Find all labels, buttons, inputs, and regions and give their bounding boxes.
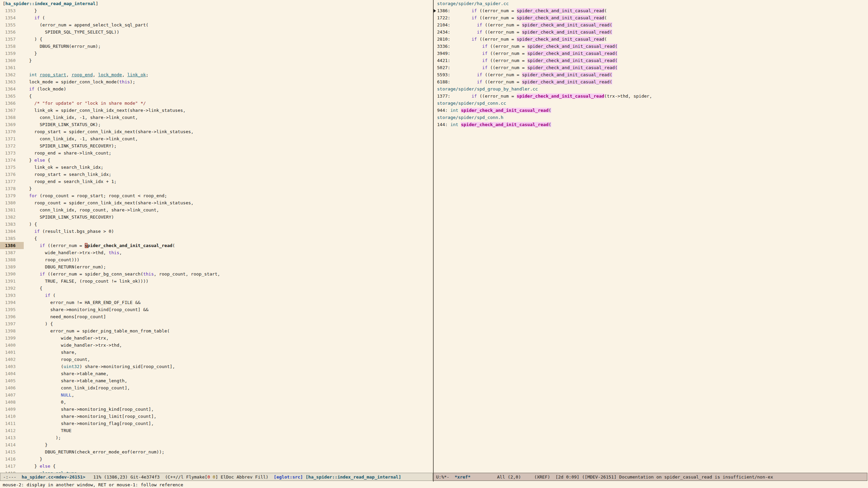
code-line[interactable]: 1375 link_ok = search_link_idx;	[0, 164, 433, 171]
xref-match-row[interactable]: 3949: if ((error_num = spider_check_and_…	[434, 50, 868, 57]
code-line[interactable]: 1357 ) {	[0, 36, 433, 43]
window-divider[interactable]	[433, 0, 434, 482]
code-line[interactable]: 1418 ulong sql_type;	[0, 470, 433, 473]
code-line[interactable]: 1368 conn_link_idx, -1, share->link_coun…	[0, 114, 433, 121]
code-line[interactable]: 1413 );	[0, 434, 433, 441]
code-line[interactable]: 1384 if (result_list.bgs_phase > 0)	[0, 228, 433, 235]
code-line[interactable]: 1397 ) {	[0, 320, 433, 327]
code-line[interactable]: 1401 share,	[0, 349, 433, 356]
xref-match-row[interactable]: 2810: if ((error_num = spider_check_and_…	[434, 36, 868, 43]
eglot-indicator[interactable]: [eglot:src]	[274, 474, 303, 480]
code-line[interactable]: 1415 DBUG_RETURN(check_error_mode_eof(er…	[0, 448, 433, 455]
code-line[interactable]: 1358 DBUG_RETURN(error_num);	[0, 43, 433, 50]
code-line[interactable]: 1392 {	[0, 285, 433, 292]
modeline-buffer-name[interactable]: *xref*	[455, 474, 471, 480]
code-line[interactable]: 1405 share->table_name_length,	[0, 377, 433, 384]
line-number: 1355	[0, 21, 24, 28]
xref-match-row[interactable]: 1722: if ((error_num = spider_check_and_…	[434, 14, 868, 21]
code-line[interactable]: 1394 error_num != HA_ERR_END_OF_FILE &&	[0, 299, 433, 306]
code-text: if (	[24, 14, 45, 21]
code-line[interactable]: 1356 SPIDER_SQL_TYPE_SELECT_SQL))	[0, 28, 433, 36]
code-line[interactable]: 1382 SPIDER_LINK_STATUS_RECOVERY)	[0, 214, 433, 221]
code-line[interactable]: 1383 ) {	[0, 221, 433, 228]
code-line[interactable]: 1409 share->monitoring_kind[roop_count],	[0, 406, 433, 413]
code-line[interactable]: 1400 wide_handler->trx->thd,	[0, 342, 433, 349]
code-line[interactable]: 1377 roop_end = search_link_idx + 1;	[0, 178, 433, 185]
xref-match-row[interactable]: 4421: if ((error_num = spider_check_and_…	[434, 57, 868, 64]
code-line[interactable]: 1390 if ((error_num = spider_bg_conn_sea…	[0, 270, 433, 278]
code-line[interactable]: 1366 /* "for update" or "lock in share m…	[0, 100, 433, 107]
xref-results[interactable]: storage/spider/ha_spider.cc1386: if ((er…	[434, 0, 868, 128]
code-line[interactable]: 1389 DBUG_RETURN(error_num);	[0, 263, 433, 270]
code-line[interactable]: 1385 {	[0, 235, 433, 242]
xref-match-row[interactable]: 944: int spider_check_and_init_casual_re…	[434, 107, 868, 114]
code-line[interactable]: 1374 } else {	[0, 157, 433, 164]
code-line[interactable]: 1360 }	[0, 57, 433, 64]
code-line[interactable]: 1365 {	[0, 93, 433, 100]
code-line[interactable]: 1411 share->monitoring_flag[roop_count],	[0, 420, 433, 427]
xref-match-row[interactable]: 5027: if ((error_num = spider_check_and_…	[434, 64, 868, 71]
code-line[interactable]: 1386 if ((error_num = spider_check_and_i…	[0, 242, 433, 249]
code-line[interactable]: 1369 SPIDER_LINK_STATUS_OK);	[0, 121, 433, 128]
modeline-source[interactable]: -:--- ha_spider.cc<mdev-26151> 11% (1386…	[0, 473, 433, 481]
code-line[interactable]: 1372 SPIDER_LINK_STATUS_RECOVERY);	[0, 142, 433, 149]
code-line[interactable]: 1381 conn_link_idx, roop_count, share->l…	[0, 206, 433, 214]
code-line[interactable]: 1408 0,	[0, 399, 433, 406]
flymake-warning-count[interactable]: 0	[213, 474, 215, 480]
line-number: 1416	[0, 455, 24, 463]
xref-match-row[interactable]: 6188: if ((error_num = spider_check_and_…	[434, 78, 868, 85]
source-window[interactable]: [ha_spider::index_read_map_internal] 135…	[0, 0, 433, 473]
code-line[interactable]: 1395 share->monitoring_kind[roop_count] …	[0, 306, 433, 313]
code-line[interactable]: 1403 (uint32) share->monitoring_sid[roop…	[0, 363, 433, 370]
xref-match-row[interactable]: 3336: if ((error_num = spider_check_and_…	[434, 43, 868, 50]
code-line[interactable]: 1354 if (	[0, 14, 433, 21]
code-line[interactable]: 1362 int roop_start, roop_end, lock_mode…	[0, 71, 433, 78]
code-line[interactable]: 1373 roop_end = share->link_count;	[0, 149, 433, 157]
modeline-xref[interactable]: U:%*- *xref* All (2,0) (XREF) [2d 0:09] …	[433, 473, 867, 481]
code-line[interactable]: 1379 for (roop_count = roop_start; roop_…	[0, 192, 433, 199]
code-line[interactable]: 1387 wide_handler->trx->thd, this,	[0, 249, 433, 256]
code-text: }	[24, 455, 42, 463]
code-line[interactable]: 1388 roop_count)))	[0, 256, 433, 263]
code-line[interactable]: 1376 roop_start = search_link_idx;	[0, 171, 433, 178]
code-line[interactable]: 1364 if (lock_mode)	[0, 85, 433, 93]
code-area[interactable]: 1353 }1354 if (1355 (error_num = append_…	[0, 7, 433, 473]
code-line[interactable]: 1355 (error_num = append_select_lock_sql…	[0, 21, 433, 28]
line-number: 1366	[0, 100, 24, 107]
code-line[interactable]: 1399 wide_handler->trx,	[0, 334, 433, 342]
code-line[interactable]: 1410 share->monitoring_limit[roop_count]…	[0, 413, 433, 420]
code-line[interactable]: 1412 TRUE	[0, 427, 433, 434]
line-number: 1369	[0, 121, 24, 128]
code-line[interactable]: 1378 }	[0, 185, 433, 192]
code-line[interactable]: 1353 }	[0, 7, 433, 14]
code-line[interactable]: 1371 conn_link_idx, -1, share->link_coun…	[0, 135, 433, 142]
code-line[interactable]: 1370 roop_start = spider_conn_link_idx_n…	[0, 128, 433, 135]
code-line[interactable]: 1404 share->table_name,	[0, 370, 433, 377]
code-line[interactable]: 1406 conn_link_idx[roop_count],	[0, 384, 433, 391]
code-line[interactable]: 1407 NULL,	[0, 391, 433, 399]
code-line[interactable]: 1398 error_num = spider_ping_table_mon_f…	[0, 327, 433, 334]
code-line[interactable]: 1359 }	[0, 50, 433, 57]
code-line[interactable]: 1361	[0, 64, 433, 71]
modeline-buffer-name[interactable]: ha_spider.cc<mdev-26151>	[22, 474, 85, 480]
code-line[interactable]: 1414 }	[0, 441, 433, 448]
flymake-error-count[interactable]: 0	[208, 474, 210, 480]
xref-window[interactable]: storage/spider/ha_spider.cc1386: if ((er…	[434, 0, 868, 473]
xref-match-row[interactable]: 144: int spider_check_and_init_casual_re…	[434, 121, 868, 128]
code-line[interactable]: 1416 }	[0, 455, 433, 463]
xref-match-row[interactable]: 1386: if ((error_num = spider_check_and_…	[434, 7, 868, 14]
xref-match-row[interactable]: 5593: if ((error_num = spider_check_and_…	[434, 71, 868, 78]
code-line[interactable]: 1391 TRUE, FALSE, (roop_count != link_ok…	[0, 278, 433, 285]
xref-match-row[interactable]: 2434: if ((error_num = spider_check_and_…	[434, 28, 868, 36]
code-line[interactable]: 1367 link_ok = spider_conn_link_idx_next…	[0, 107, 433, 114]
code-line[interactable]: 1380 roop_count = spider_conn_link_idx_n…	[0, 199, 433, 206]
code-line[interactable]: 1363 lock_mode = spider_conn_lock_mode(t…	[0, 78, 433, 85]
xref-match-row[interactable]: 2104: if ((error_num = spider_check_and_…	[434, 21, 868, 28]
xref-match-row[interactable]: 1377: if ((error_num = spider_check_and_…	[434, 93, 868, 100]
line-number: 1360	[0, 57, 24, 64]
code-line[interactable]: 1417 } else {	[0, 463, 433, 470]
code-line[interactable]: 1402 roop_count,	[0, 356, 433, 363]
code-line[interactable]: 1393 if (	[0, 292, 433, 299]
code-line[interactable]: 1396 need_mons[roop_count]	[0, 313, 433, 320]
code-text: SPIDER_LINK_STATUS_RECOVERY);	[24, 142, 117, 149]
